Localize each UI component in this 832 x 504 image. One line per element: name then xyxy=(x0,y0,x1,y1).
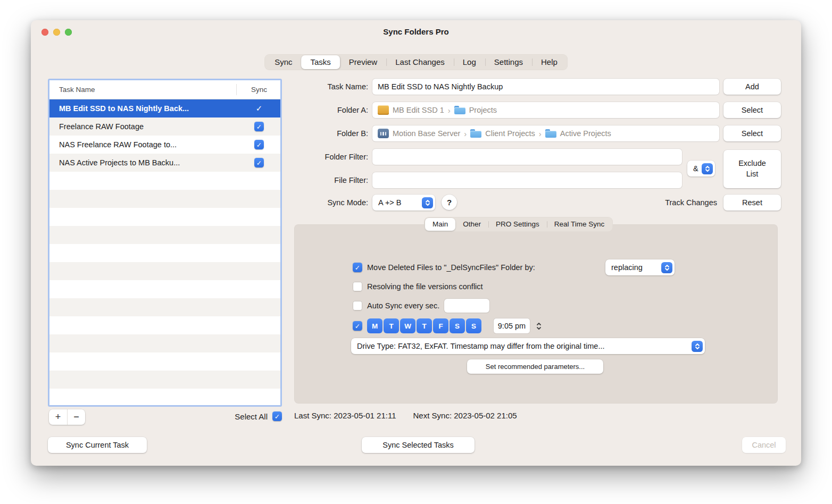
tab-preview[interactable]: Preview xyxy=(340,55,386,69)
chevron-right-icon: › xyxy=(448,106,451,115)
sync-checkbox[interactable]: ✓ xyxy=(254,140,264,149)
tab-log[interactable]: Log xyxy=(454,55,485,69)
stepper-icon xyxy=(692,341,703,352)
folder-b-label: Folder B: xyxy=(281,125,368,141)
chevron-right-icon: › xyxy=(464,129,467,138)
sync-mode-label: Sync Mode: xyxy=(281,195,368,211)
file-filter-label: File Filter: xyxy=(281,172,368,188)
folder-filter-label: Folder Filter: xyxy=(281,149,368,165)
folder-a-field[interactable]: MB Edit SSD 1 › Projects xyxy=(372,102,719,118)
reset-button[interactable]: Reset xyxy=(723,195,781,211)
filter-operator-select[interactable]: & xyxy=(687,161,715,177)
folder-b-field[interactable]: Motion Base Server › Client Projects › A… xyxy=(372,125,719,141)
resolving-checkbox[interactable] xyxy=(353,282,362,291)
sync-checkbox[interactable]: ✓ xyxy=(254,122,264,131)
add-button[interactable]: Add xyxy=(723,79,781,95)
folder-b-root: Motion Base Server xyxy=(393,129,460,138)
exclude-list-button[interactable]: Exclude List xyxy=(723,150,781,188)
auto-sync-seconds-input[interactable] xyxy=(444,299,489,313)
help-button[interactable]: ? xyxy=(442,195,457,210)
server-icon xyxy=(378,129,389,138)
stepper-icon xyxy=(702,163,713,174)
day-monday[interactable]: M xyxy=(367,318,382,333)
select-all-label: Select All xyxy=(235,412,268,421)
day-thursday[interactable]: T xyxy=(417,318,432,333)
tab-last-changes[interactable]: Last Changes xyxy=(386,55,454,69)
move-deleted-label: Move Deleted Files to "_DelSyncFiles" Fo… xyxy=(367,263,535,272)
task-name-label: Task Name: xyxy=(281,79,368,95)
day-friday[interactable]: F xyxy=(433,318,448,333)
file-filter-input[interactable] xyxy=(372,172,682,188)
select-all-checkbox[interactable]: ✓ xyxy=(272,411,282,421)
task-list-header: Task Name Sync xyxy=(49,80,280,99)
folder-icon xyxy=(470,129,481,138)
cancel-button[interactable]: Cancel xyxy=(742,437,786,453)
tab-pro-settings[interactable]: PRO Settings xyxy=(488,218,547,231)
stepper-icon xyxy=(422,197,433,208)
sync-selected-tasks-button[interactable]: Sync Selected Tasks xyxy=(362,437,475,453)
empty-rows-area xyxy=(49,172,280,407)
folder-b-sub2: Active Projects xyxy=(560,129,611,138)
schedule-time-input[interactable]: 9:05 pm xyxy=(494,318,530,333)
day-sunday[interactable]: S xyxy=(466,318,481,333)
select-folder-b-button[interactable]: Select xyxy=(723,125,781,141)
day-tuesday[interactable]: T xyxy=(384,318,399,333)
sync-current-task-button[interactable]: Sync Current Task xyxy=(48,437,147,453)
drive-icon xyxy=(378,105,389,115)
stepper-icon xyxy=(661,262,672,273)
select-folder-a-button[interactable]: Select xyxy=(723,102,781,118)
schedule-checkbox[interactable]: ✓ xyxy=(353,321,362,331)
check-icon[interactable]: ✓ xyxy=(256,104,263,113)
task-list: Task Name Sync MB Edit SSD to NAS Nightl… xyxy=(48,79,282,407)
replacing-select[interactable]: replacing xyxy=(605,259,675,275)
weekday-picker: M T W T F S S xyxy=(367,318,481,333)
title-bar: Sync Folders Pro xyxy=(31,20,801,44)
sync-mode-select[interactable]: A +> B xyxy=(372,195,435,211)
folder-b-sub1: Client Projects xyxy=(485,129,535,138)
drive-type-select[interactable]: Drive Type: FAT32, ExFAT. Timestamp may … xyxy=(351,338,705,354)
time-stepper[interactable] xyxy=(536,322,542,330)
main-tab-bar: Sync Tasks Preview Last Changes Log Sett… xyxy=(264,54,568,70)
sync-checkbox[interactable]: ✓ xyxy=(254,158,264,167)
table-row[interactable]: Freelance RAW Footage ✓ xyxy=(49,117,280,136)
column-divider xyxy=(236,84,237,95)
set-recommended-button[interactable]: Set recommended parameters... xyxy=(467,359,603,374)
folder-a-sub: Projects xyxy=(469,106,497,114)
table-row[interactable]: NAS Freelance RAW Footage to... ✓ xyxy=(49,136,280,154)
main-settings-panel xyxy=(294,224,778,404)
tab-main[interactable]: Main xyxy=(425,218,455,231)
tab-tasks[interactable]: Tasks xyxy=(301,55,339,69)
chevron-right-icon: › xyxy=(539,129,542,138)
task-name-input[interactable] xyxy=(372,79,719,95)
window-title: Sync Folders Pro xyxy=(31,27,801,36)
column-sync: Sync xyxy=(238,86,280,94)
next-sync-status: Next Sync: 2023-05-02 21:05 xyxy=(413,411,517,420)
folder-icon xyxy=(454,106,465,114)
day-saturday[interactable]: S xyxy=(450,318,465,333)
resolving-label: Resolving the file versions conflict xyxy=(367,282,483,291)
auto-sync-checkbox[interactable] xyxy=(353,301,362,310)
settings-tab-bar: Main Other PRO Settings Real Time Sync xyxy=(424,217,613,232)
folder-a-root: MB Edit SSD 1 xyxy=(393,106,444,114)
tab-help[interactable]: Help xyxy=(532,55,567,69)
last-sync-status: Last Sync: 2023-05-01 21:11 xyxy=(294,411,396,420)
day-wednesday[interactable]: W xyxy=(400,318,415,333)
table-row[interactable]: NAS Active Projects to MB Backu... ✓ xyxy=(49,154,280,172)
move-deleted-checkbox[interactable]: ✓ xyxy=(353,263,362,272)
tab-real-time-sync[interactable]: Real Time Sync xyxy=(547,218,612,231)
table-row[interactable]: MB Edit SSD to NAS Nightly Back... ✓ xyxy=(49,99,280,117)
tab-other[interactable]: Other xyxy=(455,218,488,231)
tab-settings[interactable]: Settings xyxy=(485,55,532,69)
app-window: Sync Folders Pro Sync Tasks Preview Last… xyxy=(31,20,801,466)
auto-sync-label: Auto Sync every sec. xyxy=(367,301,439,310)
folder-filter-input[interactable] xyxy=(372,149,682,165)
track-changes-label: Track Changes xyxy=(637,195,717,211)
folder-icon xyxy=(545,129,556,138)
column-task-name: Task Name xyxy=(49,86,238,94)
tab-sync[interactable]: Sync xyxy=(265,55,301,69)
folder-a-label: Folder A: xyxy=(281,102,368,118)
